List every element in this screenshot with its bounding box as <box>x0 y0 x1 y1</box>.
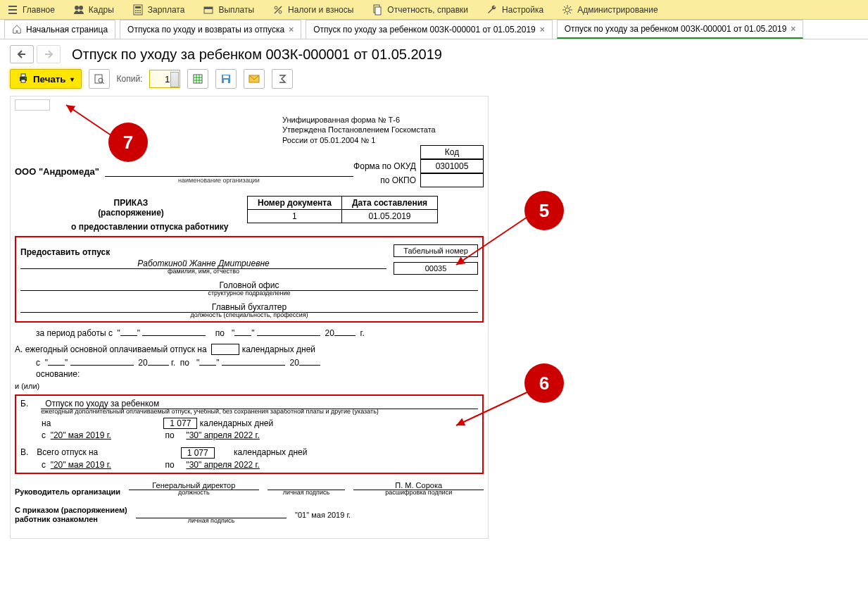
org-caption: наименование организации <box>113 177 325 184</box>
copies-label: Копий: <box>117 74 143 84</box>
table-button[interactable] <box>187 69 208 89</box>
menu-label: Выплаты <box>218 5 254 15</box>
printer-icon <box>18 73 29 86</box>
annotation-7: 7 <box>108 123 148 162</box>
print-button[interactable]: Печать ▾ <box>10 69 82 89</box>
wrench-icon <box>486 4 498 15</box>
preview-button[interactable] <box>89 69 110 89</box>
menu-admin[interactable]: Администрирование <box>559 4 660 15</box>
svg-rect-28 <box>223 75 229 78</box>
page-title: Отпуск по уходу за ребенком 00ЗК-000001 … <box>72 46 442 63</box>
menu-payments[interactable]: Выплаты <box>200 4 257 15</box>
menu-icon <box>7 4 18 15</box>
mail-button[interactable] <box>244 69 265 89</box>
annotation-6: 6 <box>524 363 564 403</box>
people-icon <box>73 4 84 15</box>
svg-point-1 <box>79 6 83 10</box>
menu-main[interactable]: Главное <box>4 4 58 15</box>
menu-reports[interactable]: Отчетность, справки <box>369 4 471 15</box>
close-icon[interactable]: × <box>289 25 294 35</box>
svg-point-0 <box>75 6 79 10</box>
nav-back[interactable] <box>10 45 34 63</box>
print-toolbar: Печать ▾ Копий: <box>10 69 858 89</box>
menu-label: Администрирование <box>577 5 658 15</box>
percent-icon <box>272 4 284 15</box>
nav-forward[interactable] <box>37 45 61 63</box>
tab-label: Отпуск по уходу за ребенком 00ЗК-000001 … <box>313 25 536 35</box>
svg-point-7 <box>135 12 137 13</box>
ack-date: "01" мая 2019 г. <box>295 511 484 519</box>
doc-number-table: Номер документа Дата составления 1 01.05… <box>247 196 438 223</box>
calc-icon <box>132 4 144 15</box>
menu-label: Настройка <box>502 5 543 15</box>
menu-label: Зарплата <box>148 5 185 15</box>
svg-point-8 <box>137 12 139 13</box>
okpo-label: по ОКПО <box>380 175 416 185</box>
print-label: Печать <box>33 74 66 85</box>
leave-block: Б. Отпуск по уходу за ребенком ежегодный… <box>15 394 484 474</box>
document-preview: Унифицированная форма № Т-6 Утверждена П… <box>10 96 489 539</box>
grant-label: Предоставить отпуск <box>20 247 110 257</box>
menu-label: Главное <box>23 5 55 15</box>
okud-label: Форма по ОКУД <box>353 161 416 171</box>
menu-taxes[interactable]: Налоги и взносы <box>270 4 356 15</box>
tab-list[interactable]: Отпуска по уходу и возвраты из отпуска × <box>120 20 301 39</box>
org-name: ООО "Андромеда" <box>15 166 99 177</box>
wallet-icon <box>203 4 214 15</box>
v-days: 1 077 <box>181 447 215 459</box>
form-standard-header: Унифицированная форма № Т-6 Утверждена П… <box>282 115 484 145</box>
svg-rect-26 <box>194 75 202 83</box>
gear-icon <box>562 4 573 15</box>
menu-label: Кадры <box>89 5 114 15</box>
tab-doc1[interactable]: Отпуск по уходу за ребенком 00ЗК-000001 … <box>306 20 553 39</box>
tab-doc2[interactable]: Отпуск по уходу за ребенком 00ЗК-000001 … <box>557 20 804 39</box>
work-period-row: за период работы с "" по "" 20 г. <box>15 328 484 338</box>
menu-salary[interactable]: Зарплата <box>130 4 188 15</box>
tab-home[interactable]: Начальная страница <box>4 20 115 39</box>
svg-point-9 <box>139 12 141 13</box>
svg-point-6 <box>139 10 141 11</box>
svg-point-16 <box>565 8 570 12</box>
svg-rect-22 <box>21 80 25 82</box>
menu-label: Отчетность, справки <box>387 5 468 15</box>
tab-label: Начальная страница <box>26 25 108 35</box>
main-menu: Главное Кадры Зарплата Выплаты Налоги и … <box>0 0 868 20</box>
employee-block: Предоставить отпуск Табельный номер Рабо… <box>15 236 484 323</box>
tabnum-header: Табельный номер <box>394 244 478 257</box>
tab-label: Отпуска по уходу и возвраты из отпуска <box>127 25 284 35</box>
svg-point-23 <box>25 77 26 79</box>
copies-input[interactable] <box>149 70 180 88</box>
svg-point-12 <box>275 6 277 9</box>
svg-rect-11 <box>204 7 213 9</box>
home-icon <box>12 24 22 36</box>
v-from: "20" мая 2019 г. <box>51 460 111 470</box>
sum-button[interactable] <box>272 69 293 89</box>
doc-icon <box>372 4 383 15</box>
svg-rect-24 <box>95 75 102 83</box>
svg-rect-15 <box>375 7 381 15</box>
menu-settings[interactable]: Настройка <box>484 4 546 15</box>
svg-rect-3 <box>135 6 141 8</box>
svg-point-13 <box>279 11 282 13</box>
code-header: Код <box>420 145 484 159</box>
order-title: ПРИКАЗ (распоряжение) <box>15 198 247 218</box>
svg-rect-21 <box>21 74 25 77</box>
b-to: "30" апреля 2022 г. <box>186 430 259 440</box>
svg-rect-29 <box>224 80 228 83</box>
close-icon[interactable]: × <box>791 24 795 34</box>
section-a: А. ежегодный основной оплачиваемый отпус… <box>15 344 484 379</box>
order-about: о предоставлении отпуска работнику <box>71 222 484 232</box>
okud-value: 0301005 <box>420 159 484 173</box>
svg-point-5 <box>137 10 139 11</box>
and-or-label: и (или) <box>15 382 484 390</box>
tabnum-value: 00035 <box>394 262 478 275</box>
menu-label: Налоги и взносы <box>288 5 353 15</box>
b-days: 1 077 <box>163 418 197 429</box>
ack-row: С приказом (распоряжением) работник озна… <box>15 506 484 524</box>
svg-point-4 <box>135 10 137 11</box>
head-signature-row: Руководитель организации Генеральный дир… <box>15 481 484 496</box>
save-button[interactable] <box>215 69 237 89</box>
close-icon[interactable]: × <box>540 25 545 35</box>
menu-hr[interactable]: Кадры <box>70 4 117 15</box>
tab-label: Отпуск по уходу за ребенком 00ЗК-000001 … <box>565 24 787 34</box>
